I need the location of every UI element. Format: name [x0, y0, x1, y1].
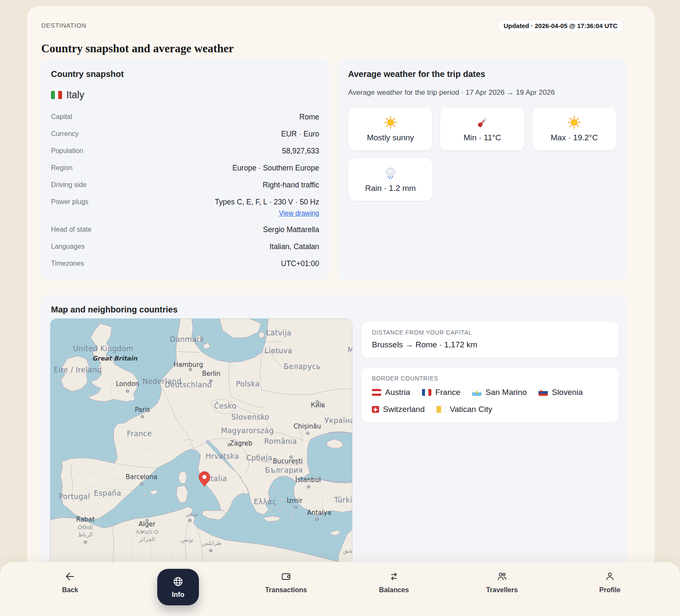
- border-country-name: France: [435, 388, 460, 397]
- map-label: Rabat: [76, 516, 95, 523]
- row-label: Timezones: [51, 259, 84, 268]
- border-countries-list: Austria France San Marino Slovenia Switz…: [372, 388, 608, 414]
- weather-subtitle: Average weather for the trip period · 17…: [348, 88, 617, 97]
- map-heading: Map and neighboring countries: [51, 305, 617, 315]
- weather-tile-label: Rain · 1.2 mm: [365, 184, 416, 193]
- rain-icon: [384, 166, 397, 182]
- weather-tile: Mostly sunny: [348, 107, 433, 150]
- map-label: Antalya: [307, 509, 331, 517]
- map-label: İzmir: [286, 497, 303, 505]
- map-label: Barcelona: [126, 473, 158, 481]
- distance-value: Brussels → Rome · 1,172 km: [372, 340, 608, 349]
- page-title: Country snapshot and average weather: [41, 42, 234, 55]
- border-country-name: Slovenia: [552, 388, 583, 397]
- distance-card: DISTANCE FROM YOUR CAPITAL Brussels → Ro…: [362, 322, 618, 358]
- map-label: Hrvatska: [206, 452, 239, 460]
- border-country-item: Vatican City: [436, 405, 492, 414]
- europe-map[interactable]: United KingdomGreat BritainÉire / Irelan…: [50, 318, 352, 578]
- border-countries-card: BORDER COUNTRIES Austria France San Mari…: [362, 368, 618, 422]
- transfer-icon: [388, 571, 400, 584]
- border-country-item: Slovenia: [538, 388, 583, 397]
- weather-tile-label: Mostly sunny: [367, 133, 414, 142]
- map-label: تونس: [181, 537, 194, 543]
- map-label: Danmark: [170, 335, 204, 343]
- nav-slot: Profile: [578, 562, 642, 616]
- map-label: طرابلس: [202, 540, 221, 547]
- nav-slot: Travellers: [470, 562, 534, 616]
- map-label: Deutschland: [164, 380, 212, 389]
- border-country-name: Switzerland: [383, 405, 425, 414]
- snapshot-row: Head of state Sergio Mattarella: [51, 221, 319, 238]
- snapshot-row: Timezones UTC+01:00: [51, 255, 319, 272]
- italy-flag-icon: [51, 91, 62, 99]
- nav-slot: Info: [146, 562, 210, 616]
- map-label: България: [265, 466, 303, 474]
- nav-item-label: Travellers: [486, 586, 518, 594]
- border-country-name: Vatican City: [450, 405, 492, 414]
- country-line: Italy: [51, 89, 319, 101]
- map-label: Berlin: [202, 370, 221, 378]
- weather-tile: Min · 11°C: [440, 107, 524, 150]
- nav-item-label: Transactions: [265, 586, 307, 594]
- map-label: London: [116, 380, 139, 388]
- border-country-item: San Marino: [472, 388, 527, 397]
- nav-item-transactions[interactable]: Transactions: [265, 562, 307, 616]
- vatican-flag-icon: [436, 406, 446, 413]
- weather-tile-label: Min · 11°C: [464, 133, 502, 142]
- map-label: تونس: [186, 511, 199, 517]
- map-label: Slovensko: [231, 413, 269, 421]
- wallet-icon: [280, 571, 292, 584]
- row-value: EUR · Euro: [281, 130, 319, 138]
- border-country-item: Austria: [372, 388, 410, 397]
- updated-badge: Updated · 2026-04-05 @ 17:36:04 UTC: [497, 20, 624, 32]
- row-label: Population: [51, 146, 83, 156]
- map-label: Hamburg: [173, 361, 203, 369]
- sun-icon: [384, 116, 397, 131]
- weather-tile-label: Max · 19.2°C: [551, 133, 598, 142]
- map-label: OΘoE: [78, 524, 94, 531]
- map-label: Polska: [236, 380, 260, 388]
- map-label: Paris: [135, 406, 150, 414]
- map-label: Србија: [246, 454, 272, 462]
- average-weather-card: Average weather for the trip dates Avera…: [338, 59, 627, 280]
- sun-icon: [567, 116, 581, 131]
- thermometer-icon: [476, 116, 489, 131]
- nav-slot: Balances: [362, 562, 426, 616]
- nav-item-label: Info: [172, 591, 184, 599]
- nav-item-info[interactable]: Info: [157, 569, 199, 605]
- country-snapshot-card: Country snapshot Italy Capital RomeCurre…: [41, 59, 329, 280]
- map-label: Magyarország: [221, 426, 274, 435]
- person-icon: [604, 571, 615, 584]
- nav-item-travellers[interactable]: Travellers: [486, 562, 518, 616]
- nav-item-back[interactable]: Back: [62, 562, 78, 616]
- row-value: Right-hand traffic: [263, 181, 319, 189]
- nav-item-profile[interactable]: Profile: [599, 562, 620, 616]
- nav-slot: Transactions: [254, 562, 318, 616]
- map-label: Great Britain: [92, 355, 138, 362]
- row-value: UTC+01:00: [281, 259, 319, 268]
- snapshot-heading: Country snapshot: [51, 69, 319, 79]
- row-value: Rome: [299, 113, 319, 121]
- row-value: Italian, Catalan: [269, 242, 319, 251]
- snapshot-row: Currency EUR · Euro: [51, 125, 319, 142]
- france-flag-icon: [422, 389, 431, 396]
- main-panel: DESTINATION Country snapshot and average…: [27, 6, 654, 616]
- map-label: الجزائر: [139, 536, 155, 543]
- snapshot-row: Population 58,927,633: [51, 142, 319, 159]
- map-label: İstanbul: [295, 476, 321, 484]
- row-label: Currency: [51, 129, 79, 139]
- map-label: مشق: [343, 548, 352, 554]
- row-label: Head of state: [51, 225, 91, 234]
- destination-eyebrow: DESTINATION: [41, 22, 86, 29]
- weather-heading: Average weather for the trip dates: [348, 69, 617, 79]
- map-label: Latvija: [266, 329, 291, 337]
- nav-item-label: Back: [62, 586, 78, 594]
- travellers-icon: [496, 571, 507, 584]
- map-card: Map and neighboring countries: [41, 295, 627, 601]
- map-label: Lietuva: [264, 346, 292, 355]
- row-value: Sergio Mattarella: [263, 225, 319, 234]
- view-drawing-link[interactable]: View drawing: [279, 210, 319, 217]
- austria-flag-icon: [372, 389, 381, 396]
- map-label: România: [264, 437, 297, 446]
- nav-item-balances[interactable]: Balances: [379, 562, 409, 616]
